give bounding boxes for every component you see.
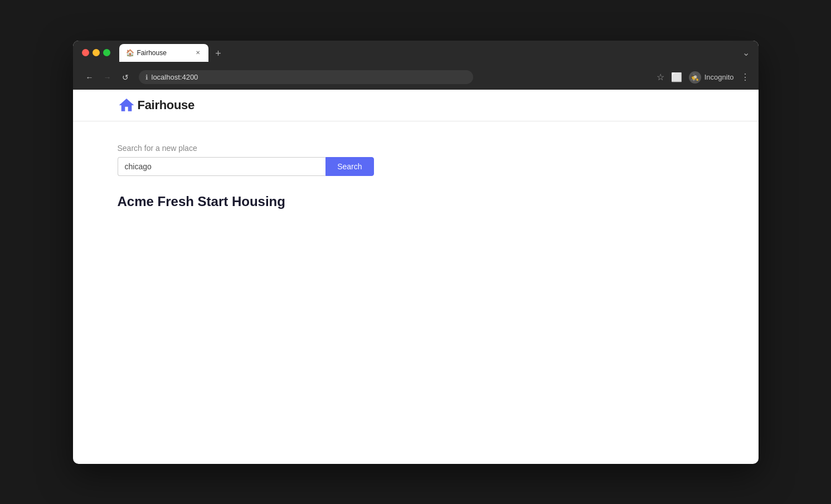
browser-tab-active[interactable]: 🏠 Fairhouse ✕ (119, 44, 208, 62)
search-input[interactable] (118, 157, 326, 176)
sidebar-toggle-icon[interactable]: ⬜ (671, 72, 682, 82)
search-button[interactable]: Search (325, 157, 373, 176)
app-content: Fairhouse Search for a new place Search … (73, 90, 759, 464)
search-section: Search for a new place Search (118, 144, 714, 176)
logo-text: Fairhouse (138, 98, 195, 112)
logo-link[interactable]: Fairhouse (118, 96, 195, 114)
refresh-icon: ↺ (122, 73, 129, 82)
incognito-icon: 🕵 (689, 71, 701, 84)
search-form: Search (118, 157, 374, 176)
tab-close-button[interactable]: ✕ (194, 49, 202, 57)
minimize-traffic-light[interactable] (93, 49, 100, 56)
forward-icon: → (104, 73, 111, 82)
tab-end-controls: ⌄ (742, 47, 750, 58)
bookmark-icon[interactable]: ☆ (657, 72, 664, 82)
nav-buttons: ← → ↺ (82, 70, 133, 85)
back-button[interactable]: ← (82, 70, 98, 85)
traffic-lights (82, 49, 110, 56)
tabs-area: 🏠 Fairhouse ✕ + (119, 44, 738, 62)
tab-list-chevron-icon[interactable]: ⌄ (742, 47, 750, 58)
info-icon: ℹ (145, 74, 148, 81)
back-icon: ← (86, 73, 94, 82)
results-heading: Acme Fresh Start Housing (118, 194, 714, 209)
close-traffic-light[interactable] (82, 49, 89, 56)
main-content: Search for a new place Search Acme Fresh… (73, 121, 759, 464)
logo-house-icon (118, 96, 135, 114)
toolbar-right: ☆ ⬜ 🕵 Incognito ⋮ (657, 71, 750, 84)
browser-chrome: 🏠 Fairhouse ✕ + ⌄ ← → ↺ (73, 41, 759, 90)
maximize-traffic-light[interactable] (103, 49, 110, 56)
refresh-button[interactable]: ↺ (118, 70, 133, 85)
browser-window: 🏠 Fairhouse ✕ + ⌄ ← → ↺ (73, 41, 759, 464)
forward-button[interactable]: → (100, 70, 115, 85)
incognito-badge: 🕵 Incognito (689, 71, 734, 84)
search-label: Search for a new place (118, 144, 714, 153)
address-bar: ← → ↺ ℹ localhost:4200 ☆ ⬜ 🕵 Incognito (73, 65, 759, 90)
more-options-icon[interactable]: ⋮ (741, 72, 750, 82)
new-tab-button[interactable]: + (211, 46, 226, 62)
title-bar: 🏠 Fairhouse ✕ + ⌄ (73, 41, 759, 65)
url-text: localhost:4200 (152, 73, 198, 81)
tab-favicon-icon: 🏠 (126, 49, 134, 57)
incognito-label: Incognito (704, 73, 734, 81)
url-bar[interactable]: ℹ localhost:4200 (139, 70, 473, 84)
tab-title: Fairhouse (137, 49, 191, 57)
app-header: Fairhouse (73, 90, 759, 121)
